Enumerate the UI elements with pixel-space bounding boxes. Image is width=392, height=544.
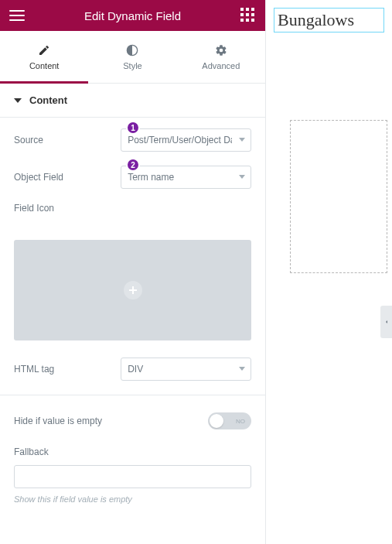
row-source: 1 Source Post/Term/User/Object Data — [14, 128, 251, 152]
panel-header: Edit Dynamic Field — [0, 0, 265, 31]
help-fallback: Show this if field value is empty — [14, 494, 251, 504]
toggle-hide-empty[interactable]: NO — [208, 412, 251, 429]
empty-widget-placeholder[interactable] — [290, 120, 387, 273]
tab-label: Style — [123, 61, 141, 70]
row-fallback: Fallback Show this if field value is emp… — [14, 446, 251, 504]
tab-label: Content — [29, 61, 60, 70]
row-hide-empty: Hide if value is empty NO — [14, 409, 251, 433]
tab-style[interactable]: Style — [88, 31, 176, 83]
editor-panel: Edit Dynamic Field Content Style Advance… — [0, 0, 266, 544]
section-header-content[interactable]: Content — [0, 84, 265, 118]
row-html-tag: HTML tag DIV — [14, 358, 251, 381]
input-fallback[interactable] — [14, 465, 251, 488]
divider — [0, 395, 265, 395]
row-field-icon: Field Icon — [14, 203, 251, 226]
label-html-tag: HTML tag — [14, 364, 121, 375]
label-field-icon: Field Icon — [14, 203, 251, 214]
contrast-icon — [126, 44, 138, 56]
menu-icon[interactable] — [9, 8, 25, 23]
tabs: Content Style Advanced — [0, 31, 265, 84]
gear-icon — [215, 44, 227, 56]
plus-icon — [124, 281, 142, 299]
label-source: Source — [14, 135, 121, 145]
panel-title: Edit Dynamic Field — [84, 9, 181, 22]
select-html-tag[interactable]: DIV — [121, 358, 251, 381]
toggle-state-text: NO — [236, 418, 245, 425]
preview-heading[interactable]: Bungalows — [274, 8, 384, 33]
tab-advanced[interactable]: Advanced — [177, 31, 265, 83]
callout-badge-1: 1 — [126, 121, 140, 135]
controls-area: 1 Source Post/Term/User/Object Data 2 Ob… — [0, 118, 265, 508]
label-hide-empty: Hide if value is empty — [14, 416, 208, 426]
pencil-icon — [38, 44, 50, 56]
widgets-icon[interactable] — [240, 8, 256, 23]
label-fallback: Fallback — [14, 446, 251, 457]
row-object-field: 2 Object Field Term name — [14, 166, 251, 189]
label-object-field: Object Field — [14, 172, 121, 183]
section-title: Content — [29, 94, 67, 106]
toggle-knob — [210, 414, 223, 428]
select-object-field[interactable]: Term name — [121, 166, 251, 189]
caret-down-icon — [14, 98, 22, 103]
tab-content[interactable]: Content — [0, 31, 88, 83]
select-source[interactable]: Post/Term/User/Object Data — [121, 128, 251, 152]
callout-badge-2: 2 — [126, 158, 140, 172]
tab-label: Advanced — [202, 61, 240, 70]
icon-upload-area[interactable] — [14, 240, 251, 340]
